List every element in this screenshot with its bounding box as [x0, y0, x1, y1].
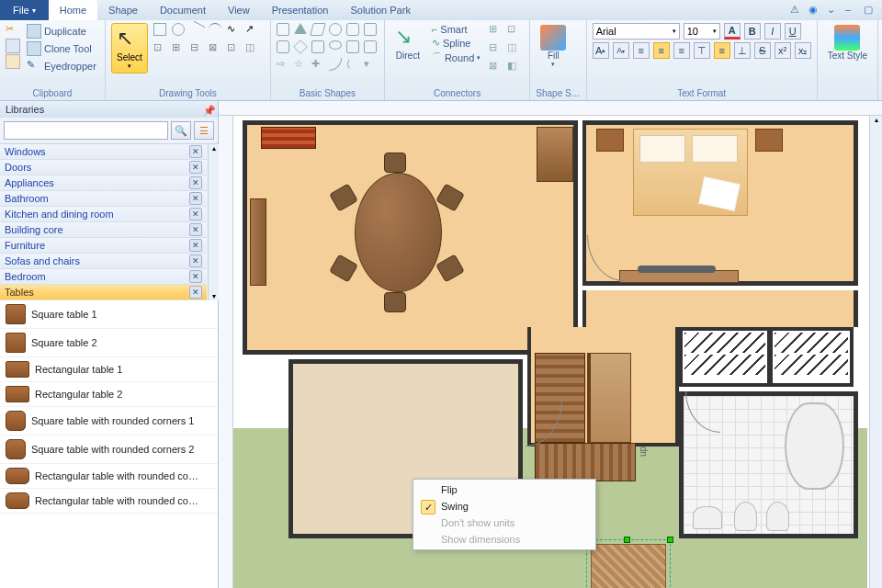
lib-cat-kitchen[interactable]: Kitchen and dining room✕ — [0, 207, 207, 222]
list-item[interactable]: Rectangular table with rounded corners 1 — [0, 464, 218, 489]
closet-left[interactable] — [679, 327, 771, 387]
round-button[interactable]: ⌒Round▾ — [429, 50, 483, 65]
help-icon[interactable]: ◉ — [808, 4, 821, 17]
valign-top-button[interactable]: ⊤ — [694, 42, 710, 59]
tool-c[interactable]: ⊠ — [209, 41, 221, 54]
textstyle-button[interactable]: Text Style — [823, 23, 872, 62]
lib-cat-sofas[interactable]: Sofas and chairs✕ — [0, 254, 207, 269]
file-menu[interactable]: File — [0, 0, 49, 20]
close-icon[interactable]: ✕ — [189, 254, 202, 267]
conn-c[interactable]: ⊟ — [489, 41, 502, 54]
direct-button[interactable]: ↘ Direct — [390, 23, 425, 62]
tab-solution-park[interactable]: Solution Park — [339, 0, 421, 20]
lib-cat-appliances[interactable]: Appliances✕ — [0, 175, 207, 191]
minimize-ribbon-icon[interactable]: ⌄ — [827, 4, 840, 17]
tool-curve[interactable] — [209, 23, 221, 36]
conn-d[interactable]: ◫ — [507, 41, 520, 54]
tool-e[interactable]: ◫ — [245, 41, 258, 54]
close-icon[interactable]: ✕ — [189, 176, 202, 189]
stairs-rail[interactable] — [587, 353, 631, 443]
ctx-swing[interactable]: Swing — [415, 498, 594, 514]
tool-ellipse[interactable] — [172, 23, 185, 36]
bathtub[interactable] — [785, 402, 844, 490]
copy-icon[interactable] — [6, 39, 20, 53]
tool-bezier[interactable]: ∿ — [227, 23, 240, 36]
lib-cat-doors[interactable]: Doors✕ — [0, 160, 207, 175]
shape-diamond[interactable] — [293, 40, 308, 54]
shape-oval[interactable] — [329, 40, 342, 50]
list-item[interactable]: Rectangular table with rounded corners 2 — [0, 489, 218, 514]
list-item[interactable]: Square table 1 — [0, 300, 218, 329]
bidet[interactable] — [766, 502, 789, 531]
italic-button[interactable]: I — [764, 23, 781, 40]
bed[interactable] — [633, 129, 748, 216]
tool-a[interactable]: ⊞ — [172, 41, 185, 54]
list-item[interactable]: Square table with rounded corners 2 — [0, 435, 218, 464]
align-right-button[interactable]: ≡ — [673, 42, 690, 59]
list-item[interactable]: Square table 2 — [0, 329, 218, 357]
search-input[interactable] — [4, 121, 168, 140]
shape-rect[interactable] — [277, 23, 289, 36]
shape-rrect[interactable] — [277, 40, 289, 53]
shrink-font-button[interactable]: A▾ — [613, 42, 629, 59]
toilet[interactable] — [734, 502, 757, 531]
smart-button[interactable]: ⌐Smart — [429, 23, 483, 36]
fireplace[interactable] — [261, 127, 316, 149]
shape-more[interactable]: ▾ — [364, 58, 377, 71]
scrollbar-vertical[interactable]: ▴ — [869, 116, 882, 588]
list-item[interactable]: Rectangular table 2 — [0, 382, 218, 407]
chair[interactable] — [384, 292, 406, 312]
lib-scrollbar[interactable]: ▴▾ — [208, 144, 219, 300]
shape-hex2[interactable] — [346, 40, 359, 53]
shape-circle[interactable] — [329, 23, 342, 36]
shape-tri[interactable] — [294, 23, 307, 34]
conn-e[interactable]: ⊠ — [489, 60, 502, 73]
floor-hall[interactable] — [582, 290, 858, 327]
close-icon[interactable]: ✕ — [189, 208, 202, 220]
warning-icon[interactable]: ⚠ — [790, 4, 803, 17]
pin-icon[interactable]: 📌 — [203, 105, 212, 114]
align-center-button[interactable]: ≡ — [653, 42, 670, 59]
close-icon[interactable]: ✕ — [189, 239, 202, 252]
duplicate-button[interactable]: Duplicate — [24, 23, 99, 40]
font-select[interactable]: Arial▾ — [593, 23, 680, 40]
shape-para[interactable] — [310, 23, 326, 36]
conn-a[interactable]: ⊞ — [489, 23, 502, 36]
bold-button[interactable]: B — [744, 23, 761, 40]
select-button[interactable]: ↖ Select ▾ — [111, 23, 148, 74]
lib-cat-bathroom[interactable]: Bathroom✕ — [0, 191, 207, 207]
ruler-horizontal[interactable] — [219, 101, 882, 116]
tab-presentation[interactable]: Presentation — [261, 0, 340, 20]
tab-shape[interactable]: Shape — [97, 0, 149, 20]
closet-right[interactable] — [771, 327, 854, 387]
window-min-icon[interactable]: – — [845, 4, 858, 17]
ruler-vertical[interactable] — [219, 116, 233, 588]
list-item[interactable]: Square table with rounded corners 1 — [0, 407, 218, 435]
close-icon[interactable]: ✕ — [189, 161, 202, 174]
close-icon[interactable]: ✕ — [189, 286, 202, 299]
color-button[interactable]: A — [724, 23, 741, 40]
shape-oct[interactable] — [364, 40, 377, 53]
chair[interactable] — [384, 153, 406, 173]
lib-cat-building[interactable]: Building core✕ — [0, 222, 207, 238]
tool-d[interactable]: ⊡ — [227, 41, 240, 54]
close-icon[interactable]: ✕ — [189, 192, 202, 205]
lib-cat-tables[interactable]: Tables✕ — [0, 285, 207, 300]
align-left-button[interactable]: ≡ — [633, 42, 650, 59]
ctx-flip[interactable]: Flip — [415, 481, 594, 498]
tool-b[interactable]: ⊟ — [190, 41, 203, 54]
grow-font-button[interactable]: A▴ — [593, 42, 609, 59]
search-button[interactable]: 🔍 — [171, 121, 191, 140]
window-max-icon[interactable]: ▢ — [864, 4, 876, 17]
eyedropper-button[interactable]: ✎Eyedropper — [24, 58, 99, 74]
stairs-landing[interactable] — [535, 443, 636, 481]
nightstand[interactable] — [596, 129, 624, 152]
size-select[interactable]: 10▾ — [684, 23, 720, 40]
close-icon[interactable]: ✕ — [189, 145, 202, 158]
tool-text[interactable]: ⊡ — [153, 41, 166, 54]
fill-button[interactable]: Fill ▾ — [536, 23, 571, 70]
tv[interactable] — [638, 266, 716, 273]
valign-bot-button[interactable]: ⊥ — [734, 42, 751, 59]
tv-console-left[interactable] — [250, 198, 266, 286]
lib-cat-bedroom[interactable]: Bedroom✕ — [0, 269, 207, 285]
